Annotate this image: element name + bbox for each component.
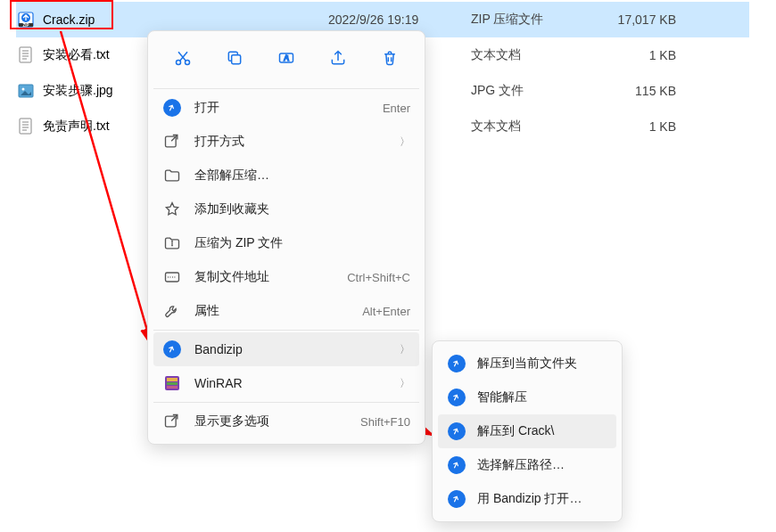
file-name: Crack.zip: [43, 12, 328, 27]
menu-item[interactable]: 复制文件地址Ctrl+Shift+C: [153, 260, 419, 294]
txt-file-icon: [16, 117, 36, 136]
menu-item-label: 复制文件地址: [194, 269, 338, 285]
jpg-file-icon: [16, 81, 36, 101]
menu-item-label: WinRAR: [194, 376, 394, 390]
copy-path-icon: [162, 267, 182, 287]
menu-item-more-options[interactable]: 显示更多选项Shift+F10: [153, 405, 419, 438]
menu-item[interactable]: 打开Enter: [153, 91, 419, 125]
menu-item-label: 压缩为 ZIP 文件: [194, 235, 410, 251]
context-menu: A 打开Enter打开方式〉全部解压缩…添加到收藏夹压缩为 ZIP 文件复制文件…: [147, 30, 425, 445]
cut-icon-button[interactable]: [165, 42, 201, 78]
chevron-right-icon: 〉: [400, 376, 410, 391]
submenu-item[interactable]: 用 Bandizip 打开…: [438, 482, 616, 516]
bandizip-icon: [447, 354, 466, 373]
zip-folder-icon: [162, 233, 182, 253]
menu-item-bandizip[interactable]: Bandizip〉: [153, 332, 419, 366]
submenu-item-label: 选择解压路径…: [477, 457, 607, 473]
star-icon: [162, 200, 182, 219]
file-type: 文本文档: [471, 119, 587, 135]
delete-icon-button[interactable]: [372, 42, 408, 78]
zip-file-icon: ZIP: [16, 10, 36, 29]
bandizip-submenu: 解压到当前文件夹智能解压解压到 Crack\选择解压路径…用 Bandizip …: [432, 340, 623, 522]
chevron-right-icon: 〉: [400, 135, 410, 150]
bandizip-icon: [162, 98, 182, 118]
menu-more-group: 显示更多选项Shift+F10: [153, 405, 419, 438]
share-icon-button[interactable]: [320, 42, 356, 78]
svg-rect-11: [20, 119, 31, 134]
menu-items-group: 打开Enter打开方式〉全部解压缩…添加到收藏夹压缩为 ZIP 文件复制文件地址…: [153, 91, 419, 328]
menu-item[interactable]: 全部解压缩…: [153, 159, 419, 192]
submenu-item-label: 解压到当前文件夹: [477, 356, 607, 372]
copy-icon-button[interactable]: [217, 42, 252, 78]
submenu-item[interactable]: 选择解压路径…: [438, 448, 616, 482]
svg-line-20: [180, 52, 187, 61]
submenu-item-label: 用 Bandizip 打开…: [477, 491, 607, 507]
menu-item[interactable]: 属性Alt+Enter: [153, 294, 419, 328]
menu-item[interactable]: 打开方式〉: [153, 125, 419, 159]
txt-file-icon: [16, 45, 36, 65]
rename-icon: A: [277, 49, 295, 70]
svg-rect-29: [167, 378, 177, 381]
menu-item-winrar[interactable]: WinRAR〉: [153, 366, 419, 400]
folder-icon: [162, 166, 182, 185]
submenu-item[interactable]: 解压到 Crack\: [438, 414, 616, 448]
file-size: 115 KB: [587, 84, 676, 98]
bandizip-icon: [447, 455, 466, 475]
delete-icon: [381, 49, 399, 70]
menu-item[interactable]: 添加到收藏夹: [153, 192, 419, 226]
menu-item-shortcut: Alt+Enter: [362, 305, 410, 318]
share-icon: [329, 49, 347, 70]
wrench-icon: [162, 301, 182, 321]
menu-item-label: 属性: [194, 303, 353, 319]
rename-icon-button[interactable]: A: [268, 42, 304, 78]
separator: [153, 330, 419, 331]
file-size: 1 KB: [587, 119, 676, 134]
menu-item-shortcut: Enter: [383, 102, 410, 115]
svg-rect-4: [20, 47, 31, 62]
chevron-right-icon: 〉: [400, 342, 410, 357]
svg-point-10: [22, 88, 25, 91]
file-type: JPG 文件: [471, 83, 587, 99]
menu-item-label: 显示更多选项: [194, 413, 351, 430]
svg-rect-22: [232, 55, 241, 64]
separator: [153, 402, 419, 403]
bandizip-icon: [447, 422, 466, 441]
cut-icon: [174, 49, 192, 70]
file-size: 1 KB: [587, 48, 676, 62]
menu-item-label: 打开: [194, 100, 374, 116]
menu-item-label: Bandizip: [194, 342, 394, 356]
submenu-item[interactable]: 解压到当前文件夹: [438, 347, 616, 381]
context-toolbar: A: [153, 37, 419, 86]
bandizip-icon: [447, 489, 466, 509]
menu-item-label: 添加到收藏夹: [194, 201, 410, 217]
menu-item-label: 打开方式: [194, 134, 394, 150]
menu-item[interactable]: 压缩为 ZIP 文件: [153, 226, 419, 260]
svg-rect-31: [167, 386, 177, 389]
winrar-icon: [162, 373, 182, 393]
file-type: ZIP 压缩文件: [471, 12, 587, 28]
submenu-item[interactable]: 智能解压: [438, 381, 616, 414]
file-type: 文本文档: [471, 47, 587, 63]
submenu-item-label: 智能解压: [477, 389, 607, 405]
file-date: 2022/9/26 19:19: [328, 12, 471, 27]
separator: [153, 88, 419, 89]
copy-icon: [226, 49, 244, 70]
svg-line-21: [178, 52, 186, 61]
openwith-icon: [162, 132, 182, 151]
more-icon: [162, 412, 182, 431]
file-size: 17,017 KB: [587, 12, 676, 27]
bandizip-icon: [162, 340, 182, 359]
menu-apps-group: Bandizip〉WinRAR〉: [153, 332, 419, 400]
menu-item-shortcut: Ctrl+Shift+C: [347, 271, 410, 284]
submenu-item-label: 解压到 Crack\: [477, 423, 607, 439]
menu-item-shortcut: Shift+F10: [360, 415, 410, 429]
menu-item-label: 全部解压缩…: [194, 168, 410, 184]
svg-text:ZIP: ZIP: [22, 23, 29, 28]
bandizip-icon: [447, 388, 466, 407]
svg-rect-30: [167, 382, 177, 385]
